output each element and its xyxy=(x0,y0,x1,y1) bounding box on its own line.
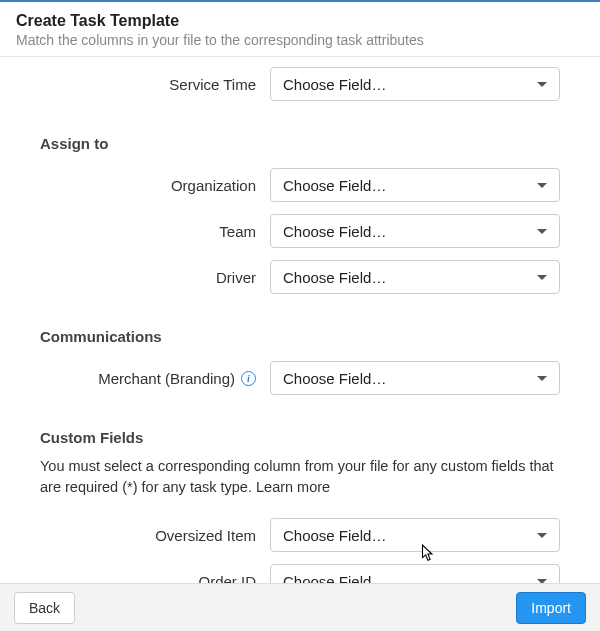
import-button[interactable]: Import xyxy=(516,592,586,624)
info-icon[interactable]: i xyxy=(241,371,256,386)
dialog-body: Service Time Choose Field… Assign to Org… xyxy=(0,57,600,585)
select-value: Choose Field… xyxy=(283,269,386,286)
chevron-down-icon xyxy=(537,229,547,234)
label-service-time: Service Time xyxy=(0,76,270,93)
chevron-down-icon xyxy=(537,376,547,381)
learn-more-link[interactable]: Learn more xyxy=(256,479,330,495)
select-merchant[interactable]: Choose Field… xyxy=(270,361,560,395)
dialog-footer: Back Import xyxy=(0,583,600,631)
select-oversized-item[interactable]: Choose Field… xyxy=(270,518,560,552)
dialog-header: Create Task Template Match the columns i… xyxy=(0,2,600,57)
chevron-down-icon xyxy=(537,533,547,538)
label-team: Team xyxy=(0,223,270,240)
label-oversized-item: Oversized Item xyxy=(0,527,270,544)
chevron-down-icon xyxy=(537,82,547,87)
label-merchant-text: Merchant (Branding) xyxy=(98,370,235,387)
row-driver: Driver Choose Field… xyxy=(0,254,600,300)
row-service-time: Service Time Choose Field… xyxy=(0,57,600,107)
back-button[interactable]: Back xyxy=(14,592,75,624)
select-team[interactable]: Choose Field… xyxy=(270,214,560,248)
label-organization: Organization xyxy=(0,177,270,194)
row-order-id: Order ID Choose Field… xyxy=(0,558,600,585)
select-organization[interactable]: Choose Field… xyxy=(270,168,560,202)
select-driver[interactable]: Choose Field… xyxy=(270,260,560,294)
select-service-time[interactable]: Choose Field… xyxy=(270,67,560,101)
chevron-down-icon xyxy=(537,183,547,188)
section-custom-fields: Custom Fields xyxy=(0,401,600,456)
dialog-title: Create Task Template xyxy=(16,12,584,30)
section-assign-to: Assign to xyxy=(0,107,600,162)
select-value: Choose Field… xyxy=(283,177,386,194)
select-order-id[interactable]: Choose Field… xyxy=(270,564,560,585)
custom-fields-description: You must select a corresponding column f… xyxy=(0,456,600,512)
row-organization: Organization Choose Field… xyxy=(0,162,600,208)
select-value: Choose Field… xyxy=(283,527,386,544)
label-merchant: Merchant (Branding) i xyxy=(0,370,270,387)
select-value: Choose Field… xyxy=(283,370,386,387)
select-value: Choose Field… xyxy=(283,223,386,240)
row-team: Team Choose Field… xyxy=(0,208,600,254)
chevron-down-icon xyxy=(537,275,547,280)
select-value: Choose Field… xyxy=(283,76,386,93)
row-merchant: Merchant (Branding) i Choose Field… xyxy=(0,355,600,401)
section-communications: Communications xyxy=(0,300,600,355)
label-driver: Driver xyxy=(0,269,270,286)
row-oversized-item: Oversized Item Choose Field… xyxy=(0,512,600,558)
dialog-subtitle: Match the columns in your file to the co… xyxy=(16,32,584,48)
